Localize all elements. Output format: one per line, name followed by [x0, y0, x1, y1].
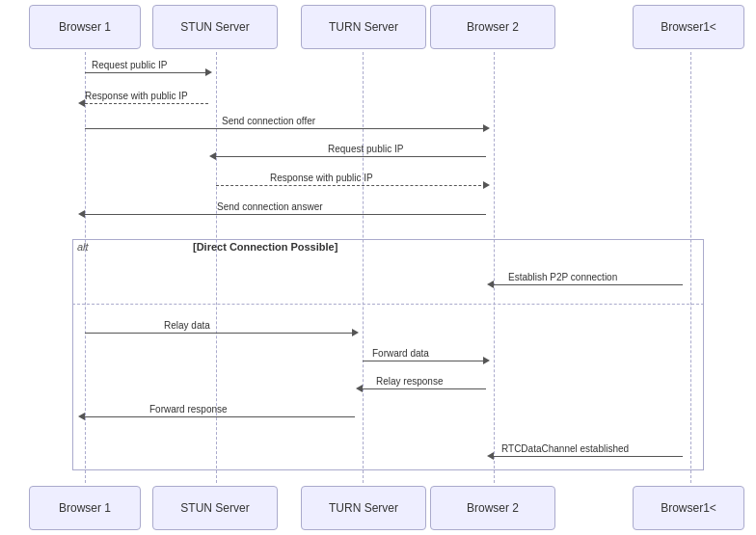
actor-browser2-bottom: Browser 2	[430, 486, 555, 530]
alt-label: alt	[77, 241, 89, 253]
actor-stun-bottom: STUN Server	[152, 486, 278, 530]
actor-stun-top: STUN Server	[152, 5, 278, 49]
sequence-diagram: Browser 1 STUN Server TURN Server Browse…	[0, 0, 756, 535]
alt-divider	[72, 304, 704, 305]
actor-browser1-top: Browser 1	[29, 5, 141, 49]
actor-turn-top: TURN Server	[301, 5, 426, 49]
actor-turn-bottom: TURN Server	[301, 486, 426, 530]
actor-browser1b-bottom: Browser1<	[633, 486, 744, 530]
actor-browser2-top: Browser 2	[430, 5, 555, 49]
alt-condition: [Direct Connection Possible]	[193, 241, 338, 253]
actor-browser1b-top: Browser1<	[633, 5, 744, 49]
actor-browser1-bottom: Browser 1	[29, 486, 141, 530]
